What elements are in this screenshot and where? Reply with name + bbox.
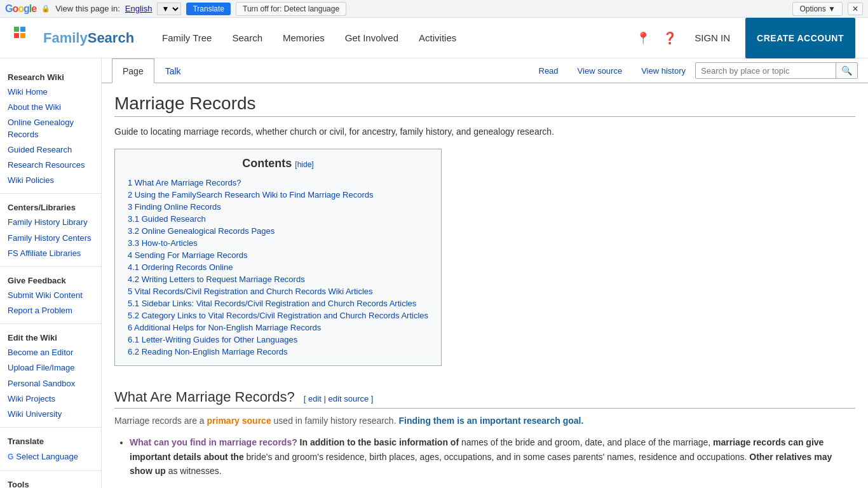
toc-item-5: 5 Vital Records/Civil Registration and C…: [128, 285, 428, 297]
sidebar-divider-2: [0, 266, 101, 267]
sidebar-link-wiki-projects[interactable]: Wiki Projects: [0, 391, 101, 407]
sidebar-link-fhl[interactable]: Family History Library: [0, 215, 101, 230]
toc-item-5-1: 5.1 Sidebar Links: Vital Records/Civil R…: [128, 297, 428, 309]
toc-link-3-2[interactable]: 3.2 Online Genealogical Records Pages: [128, 226, 275, 236]
sidebar: Research Wiki Wiki Home About the Wiki O…: [0, 58, 102, 488]
edit-pipe: |: [324, 394, 329, 403]
sidebar-link-personal-sandbox[interactable]: Personal Sandbox: [0, 376, 101, 391]
toc-link-5-1[interactable]: 5.1 Sidebar Links: Vital Records/Civil R…: [128, 299, 416, 308]
bullet-1-text: names of the bride and groom, date, and …: [461, 437, 710, 447]
toc-link-4[interactable]: 4 Sending For Marriage Records: [128, 250, 248, 260]
sidebar-link-research-resources[interactable]: Research Resources: [0, 158, 101, 173]
contents-box: Contents [hide] 1 What Are Marriage Reco…: [114, 149, 442, 366]
sidebar-link-report-problem[interactable]: Report a Problem: [0, 303, 101, 318]
toc-item-3-3: 3.3 How-to-Articles: [128, 237, 428, 249]
toc-link-3-1[interactable]: 3.1 Guided Research: [128, 214, 206, 224]
sidebar-link-upload-file[interactable]: Upload File/Image: [0, 360, 101, 376]
intro-paragraph: Marriage records are a primary source us…: [114, 414, 855, 429]
sidebar-link-fhc[interactable]: Family History Centers: [0, 231, 101, 246]
intro-text-before: Marriage records are a: [114, 416, 207, 426]
sidebar-section-tools: Tools: [0, 476, 101, 488]
nav-search[interactable]: Search: [223, 27, 271, 48]
tabs-left: Page Talk: [112, 58, 192, 83]
primary-source-text: primary source: [207, 416, 271, 426]
lock-icon: 🔒: [41, 4, 50, 13]
sidebar-section-translate: Translate: [0, 433, 101, 449]
create-account-button[interactable]: CREATE ACCOUNT: [745, 18, 855, 58]
toc-link-2[interactable]: 2 Using the FamilySearch Research Wiki t…: [128, 190, 374, 200]
sidebar-link-fs-affiliate[interactable]: FS Affiliate Libraries: [0, 246, 101, 261]
svg-rect-1: [20, 27, 25, 32]
edit-link[interactable]: [ edit: [304, 394, 322, 403]
wiki-search-box: 🔍: [695, 62, 858, 79]
sidebar-section-research-wiki: Research Wiki: [0, 69, 101, 85]
article-content: Marriage Records Guide to locating marri…: [102, 83, 868, 488]
sidebar-link-become-editor[interactable]: Become an Editor: [0, 345, 101, 360]
toc-link-5-2[interactable]: 5.2 Category Links to Vital Records/Civi…: [128, 311, 428, 320]
wiki-search-input[interactable]: [696, 64, 836, 78]
main-content: Page Talk Read View source View history …: [102, 58, 868, 488]
toc-link-1[interactable]: 1 What Are Marriage Records?: [128, 178, 241, 187]
sign-in-button[interactable]: SIGN IN: [687, 27, 738, 48]
article-body: Marriage records are a primary source us…: [114, 414, 855, 478]
sidebar-link-select-language[interactable]: Select Language: [16, 451, 78, 463]
section-edit-links: [ edit | edit source ]: [304, 394, 374, 403]
bullet-item-1: What can you find in marriage records? I…: [130, 435, 855, 478]
nav-family-tree[interactable]: Family Tree: [153, 27, 220, 48]
tab-view-history[interactable]: View history: [632, 60, 695, 81]
tab-view-source[interactable]: View source: [568, 60, 632, 81]
tab-talk[interactable]: Talk: [154, 58, 192, 83]
toc-link-5[interactable]: 5 Vital Records/Civil Registration and C…: [128, 287, 373, 296]
language-link[interactable]: English: [125, 4, 153, 13]
wiki-search-button[interactable]: 🔍: [836, 63, 857, 78]
edit-source-link[interactable]: edit source: [329, 394, 369, 403]
intro-text-middle: used in family history research.: [274, 416, 399, 426]
toc-item-2: 2 Using the FamilySearch Research Wiki t…: [128, 189, 428, 201]
sidebar-link-wiki-university[interactable]: Wiki University: [0, 407, 101, 422]
sidebar-link-guided-research[interactable]: Guided Research: [0, 142, 101, 158]
google-logo: Google: [5, 3, 36, 15]
finding-text: Finding them is an important research go…: [398, 416, 583, 426]
toc-item-6: 6 Additional Helps for Non-English Marri…: [128, 322, 428, 334]
section-heading-text: What Are Marriage Records?: [114, 389, 295, 405]
svg-rect-3: [20, 33, 25, 38]
sidebar-link-online-genealogy[interactable]: Online Genealogy Records: [0, 115, 101, 142]
toc-link-6-2[interactable]: 6.2 Reading Non-English Marriage Records: [128, 347, 287, 356]
toc-link-3[interactable]: 3 Finding Online Records: [128, 202, 221, 212]
toc-link-6[interactable]: 6 Additional Helps for Non-English Marri…: [128, 323, 321, 332]
translate-bar: Google 🔒 View this page in: English ▼ Tr…: [0, 0, 868, 18]
translate-button[interactable]: Translate: [186, 3, 231, 15]
sidebar-link-submit-wiki[interactable]: Submit Wiki Content: [0, 288, 101, 303]
turn-off-button[interactable]: Turn off for: Detect language: [236, 2, 346, 16]
close-translate-button[interactable]: ✕: [848, 3, 863, 15]
nav-memories[interactable]: Memories: [274, 27, 334, 48]
sidebar-section-centers: Centers/Libraries: [0, 199, 101, 215]
sidebar-link-wiki-policies[interactable]: Wiki Policies: [0, 173, 101, 188]
contents-title: Contents [hide]: [128, 157, 428, 170]
logo-link[interactable]: FamilySearch: [13, 25, 134, 51]
toc-link-6-1[interactable]: 6.1 Letter-Writing Guides for Other Lang…: [128, 335, 297, 344]
tab-read[interactable]: Read: [529, 60, 568, 81]
toc-item-4-1: 4.1 Ordering Records Online: [128, 261, 428, 273]
toc-link-3-3[interactable]: 3.3 How-to-Articles: [128, 238, 198, 248]
help-icon-button[interactable]: ❓: [660, 29, 679, 48]
toc-item-3-2: 3.2 Online Genealogical Records Pages: [128, 225, 428, 237]
sidebar-link-about-wiki[interactable]: About the Wiki: [0, 100, 101, 115]
toc-link-4-1[interactable]: 4.1 Ordering Records Online: [128, 262, 233, 272]
contents-hide-link[interactable]: [hide]: [295, 160, 313, 169]
section-what-are: What Are Marriage Records? [ edit | edit…: [114, 389, 855, 409]
nav-activities[interactable]: Activities: [410, 27, 465, 48]
tab-page[interactable]: Page: [112, 58, 154, 83]
nav-get-involved[interactable]: Get Involved: [336, 27, 407, 48]
options-button[interactable]: Options ▼: [792, 2, 843, 16]
sidebar-link-wiki-home[interactable]: Wiki Home: [0, 85, 101, 100]
language-select[interactable]: ▼: [157, 3, 181, 15]
toc-link-4-2[interactable]: 4.2 Writing Letters to Request Marriage …: [128, 274, 305, 284]
main-nav: Family Tree Search Memories Get Involved…: [153, 27, 634, 48]
bullet-1-bold2: In addition to the basic information of: [300, 437, 459, 447]
sidebar-divider-5: [0, 470, 101, 471]
svg-rect-2: [14, 33, 19, 38]
toc-item-4: 4 Sending For Marriage Records: [128, 249, 428, 261]
contents-label: Contents: [242, 157, 292, 170]
location-icon-button[interactable]: 📍: [634, 29, 653, 48]
